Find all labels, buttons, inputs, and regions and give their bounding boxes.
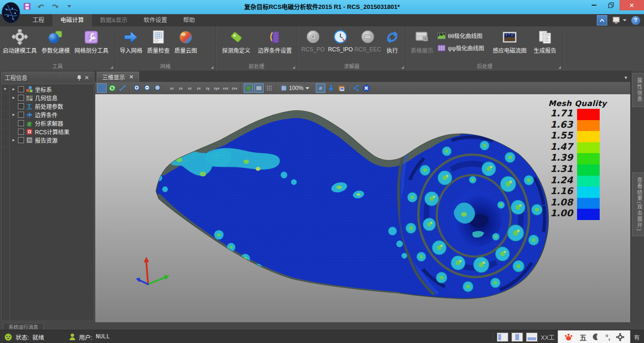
- meshing-tool-button[interactable]: 网格剖分工具: [74, 28, 109, 54]
- tree-item-boundary-conditions[interactable]: ► 边界条件: [10, 110, 94, 119]
- dialog-launcher-icon[interactable]: [110, 66, 113, 69]
- checkbox[interactable]: [18, 112, 24, 118]
- rotate-view-button[interactable]: [97, 83, 107, 93]
- tree-item-report-resources[interactable]: ► 报告资源: [10, 136, 94, 144]
- expand-icon[interactable]: ►: [11, 87, 16, 91]
- expand-icon[interactable]: ►: [11, 138, 16, 142]
- tab-em-computation[interactable]: 电磁计算: [52, 14, 92, 26]
- save-button[interactable]: [23, 2, 31, 10]
- help-button[interactable]: ?: [631, 16, 640, 25]
- view-zy-button[interactable]: zy: [204, 83, 212, 93]
- probe-angle-button[interactable]: 探测角定义: [218, 28, 255, 54]
- app-logo[interactable]: [1, 1, 21, 24]
- view-zyx-button[interactable]: zyx: [213, 83, 221, 93]
- ime-wubi-mode[interactable]: 五: [579, 332, 586, 342]
- minimize-ribbon-button[interactable]: [597, 15, 607, 25]
- tree-item-analysis-solver[interactable]: 分析求解器: [10, 119, 94, 127]
- boundary-condition-button[interactable]: 边界条件设置: [255, 28, 295, 54]
- view-vxz-button[interactable]: vxz: [222, 83, 230, 93]
- minimize-button[interactable]: [586, 0, 603, 10]
- close-view-button[interactable]: [362, 83, 371, 93]
- tab-3d-display[interactable]: 三维显示 ✕: [97, 72, 139, 82]
- view-xz-button[interactable]: xz: [168, 83, 176, 93]
- execute-button[interactable]: 执行: [381, 28, 403, 54]
- checkbox[interactable]: [18, 95, 24, 101]
- checkbox[interactable]: [18, 103, 24, 109]
- generate-report-button[interactable]: 生成报告: [531, 28, 559, 54]
- layout-bottom-button[interactable]: [526, 333, 537, 342]
- expand-icon[interactable]: ►: [11, 113, 16, 117]
- tab-list-dropdown-icon[interactable]: ▼: [624, 75, 628, 80]
- share-view-button[interactable]: [351, 83, 361, 93]
- parametric-modeling-button[interactable]: 参数化建模: [38, 28, 74, 54]
- tab-property-info[interactable]: 属性信息: [632, 73, 644, 107]
- pin-panel-button[interactable]: [75, 74, 83, 82]
- checkbox[interactable]: [18, 137, 24, 143]
- tab-data-display[interactable]: 数据&显示: [92, 14, 135, 26]
- checkbox[interactable]: [18, 129, 24, 135]
- zoom-extents-button[interactable]: [153, 83, 163, 93]
- gutter-arrow[interactable]: ►: [1, 84, 9, 93]
- viewport-3d[interactable]: Mesh Quality 1.71 1.63 1.55 1.47 1.39 1.…: [95, 94, 631, 322]
- flat-mode-button[interactable]: [254, 83, 264, 93]
- zoom-in-button[interactable]: [132, 83, 142, 93]
- layout-left-button[interactable]: [497, 333, 508, 342]
- undo-button[interactable]: [37, 2, 45, 10]
- table-display-button[interactable]: 表格展示: [408, 28, 436, 54]
- induced-current-map-button[interactable]: 感应电磁流图: [488, 28, 531, 54]
- dialog-launcher-icon[interactable]: [558, 66, 561, 69]
- solver-rcs-ipo-button[interactable]: RCS_IPO: [327, 28, 354, 53]
- shaded-mode-button[interactable]: [244, 83, 253, 93]
- psi-polar-curve-button[interactable]: ψψ极化曲线图: [438, 44, 484, 52]
- close-button[interactable]: ✕: [619, 0, 644, 10]
- solver-rcs-eec-button[interactable]: RCS_EEC: [354, 28, 381, 53]
- ime-paw-icon[interactable]: [564, 333, 573, 341]
- dialog-launcher-icon[interactable]: [211, 66, 214, 69]
- launch-modeling-tool-button[interactable]: 启动建模工具: [2, 28, 38, 54]
- zoom-out-button[interactable]: [143, 83, 152, 93]
- restore-button[interactable]: [603, 0, 619, 10]
- tab-project[interactable]: 工程: [25, 14, 52, 26]
- quality-cloudmap-button[interactable]: 质量云图: [172, 28, 199, 54]
- tree-item-rcs-results[interactable]: RCS计算结果: [10, 127, 94, 136]
- zoom-level-control[interactable]: 100%: [279, 85, 311, 91]
- tree-item-coordinate-system[interactable]: ► 坐标系: [10, 85, 94, 93]
- tree-item-preprocess-params[interactable]: T 前处理参数: [10, 102, 94, 110]
- ime-moon-icon[interactable]: [593, 333, 599, 341]
- view-zx2-button[interactable]: zx: [195, 83, 203, 93]
- snapshot-button[interactable]: [337, 83, 346, 93]
- tab-view-results[interactable]: 查看结果(双击展开): [632, 172, 644, 236]
- tab-help[interactable]: 帮助: [175, 14, 203, 26]
- plane-icon: [255, 84, 263, 92]
- tree-item-geometry-info[interactable]: ► 几何信息: [10, 93, 94, 102]
- ime-punctuation-mode[interactable]: °,: [605, 333, 610, 341]
- layout-center-button[interactable]: [512, 333, 523, 342]
- import-mesh-button[interactable]: 导入网格: [117, 28, 145, 54]
- tab-software-settings[interactable]: 软件设置: [135, 14, 175, 26]
- user-label: 用户:: [79, 333, 92, 342]
- ime-gear-icon[interactable]: [616, 333, 624, 341]
- wireframe-mode-button[interactable]: [264, 83, 274, 93]
- checkbox[interactable]: [18, 120, 24, 126]
- expand-icon[interactable]: ►: [11, 96, 16, 100]
- view-zxv-button[interactable]: zxv: [231, 83, 239, 93]
- quality-check-button[interactable]: 质量检查: [145, 28, 172, 54]
- fit-view-button[interactable]: [118, 83, 127, 93]
- display-mode-button[interactable]: [612, 16, 627, 24]
- solver-rcs-po-button[interactable]: RCS_PO: [299, 28, 327, 53]
- quick-access-dropdown[interactable]: [65, 2, 74, 10]
- import-view-button[interactable]: [326, 83, 336, 93]
- dialog-launcher-icon[interactable]: [292, 66, 295, 69]
- dialog-launcher-icon[interactable]: [401, 66, 404, 69]
- view-xz2-button[interactable]: xz: [186, 83, 194, 93]
- redo-button[interactable]: [51, 2, 59, 10]
- select-polygon-button[interactable]: [316, 83, 325, 93]
- view-zx-button[interactable]: zx: [177, 83, 185, 93]
- checkbox[interactable]: [18, 86, 24, 92]
- theta-polar-curve-button[interactable]: θθ极化曲线图: [438, 32, 484, 40]
- close-tab-icon[interactable]: ✕: [129, 74, 133, 80]
- user-icon: [69, 333, 76, 341]
- close-panel-button[interactable]: ✕: [83, 74, 91, 82]
- tab-system-messages[interactable]: 系统运行消息: [3, 323, 44, 330]
- orbit-view-button[interactable]: [107, 83, 117, 93]
